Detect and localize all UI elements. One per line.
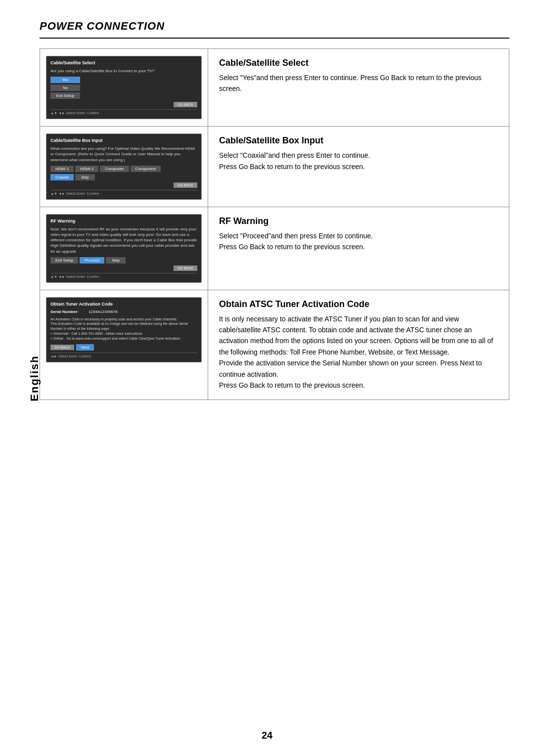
page-header: POWER CONNECTION [40, 20, 509, 39]
screen-btn-row-2b: Coaxial Skip [50, 174, 197, 180]
next-button[interactable]: Next [76, 344, 94, 351]
right-text-rf-warning: RF Warning Select "Proceed"and then pres… [208, 207, 509, 290]
section-title-3: RF Warning [219, 216, 498, 226]
left-screen-cable-satellite-select: Cable/Satellite Select Are you using a C… [40, 49, 208, 126]
screen-cable-satellite-box: Cable/Satellite Box Input What connectio… [46, 133, 202, 200]
go-back-row-2: GO BACK [50, 182, 197, 188]
go-back-row-1: GO BACK [50, 102, 197, 107]
go-back-row-3: GO BACK [50, 266, 197, 271]
coaxial-button[interactable]: Coaxial [50, 174, 74, 180]
section-body-3: Select "Proceed"and then press Enter to … [219, 230, 498, 253]
go-back-button-2[interactable]: GO BACK [174, 182, 197, 188]
yes-button[interactable]: Yes [50, 77, 80, 83]
screen-title-2: Cable/Satellite Box Input [50, 138, 197, 143]
section-title-2: Cable/Satellite Box Input [219, 135, 498, 146]
left-screen-cable-satellite-box: Cable/Satellite Box Input What connectio… [40, 127, 208, 207]
nav-hint-1: ▲▼ ◄► Select Enter: Confirm [50, 109, 197, 115]
section-rf-warning: RF Warning Note: We don't recommend RF a… [40, 207, 509, 290]
composite-button[interactable]: Composite [100, 166, 129, 172]
screen-title-4: Obtain Tuner Activation Code [50, 302, 197, 307]
exit-setup-button-1[interactable]: Exit Setup [50, 92, 80, 99]
hdmi1-button[interactable]: HDMI 1 [50, 166, 74, 172]
serial-number-value: 1234A12345678 [89, 310, 118, 314]
content-grid: Cable/Satellite Select Are you using a C… [40, 48, 509, 400]
bottom-btn-row-4: GO BACK Next [50, 344, 197, 351]
page-title: POWER CONNECTION [40, 20, 165, 32]
right-text-cable-satellite-select: Cable/Satellite Select Select "Yes"and t… [208, 49, 509, 126]
screen-title-3: RF Warning [50, 219, 197, 223]
proceed-button[interactable]: Proceed [80, 257, 104, 264]
page-container: English POWER CONNECTION Cable/Satellite… [0, 0, 534, 756]
section-body-1: Select "Yes"and then press Enter to cont… [219, 72, 498, 94]
go-back-button-1[interactable]: GO BACK [174, 102, 197, 107]
nav-hint-4: ◄► Select Enter: Confirm [50, 353, 197, 358]
screen-obtain-tuner: Obtain Tuner Activation Code Serial Numb… [46, 297, 202, 362]
component-button[interactable]: Component [131, 166, 161, 172]
serial-number-label: Serial Number: [50, 310, 79, 314]
left-screen-obtain-tuner: Obtain Tuner Activation Code Serial Numb… [40, 290, 208, 400]
section-title-4: Obtain ATSC Tuner Activation Code [219, 299, 498, 310]
nav-hint-2: ▲▼ ◄► Select Enter: Confirm [50, 190, 197, 195]
nav-hint-3: ▲▼ ◄► Select Enter: Confirm [50, 273, 197, 278]
skip-button-3[interactable]: Skip [106, 257, 126, 264]
go-back-button-3[interactable]: GO BACK [174, 266, 197, 271]
screen-btn-row-2a: HDMI 1 HDMI 2 Composite Component [50, 166, 197, 172]
right-text-cable-satellite-box: Cable/Satellite Box Input Select "Coaxia… [208, 127, 509, 207]
section-obtain-tuner-activation: Obtain Tuner Activation Code Serial Numb… [40, 290, 509, 400]
go-back-button-4[interactable]: GO BACK [50, 345, 74, 350]
screen-title-1: Cable/Satellite Select [50, 60, 197, 65]
hdmi2-button[interactable]: HDMI 2 [75, 166, 98, 172]
serial-number-row: Serial Number: 1234A12345678 [50, 310, 197, 314]
section-title-1: Cable/Satellite Select [219, 58, 498, 68]
screen-body-3: Note: We don't recommend RF as your conn… [50, 226, 197, 254]
exit-setup-button-3[interactable]: Exit Setup [50, 257, 78, 264]
section-body-4: It is only necessary to activate the ATS… [219, 313, 498, 391]
screen-cable-satellite-select: Cable/Satellite Select Are you using a C… [46, 56, 202, 119]
right-text-obtain-tuner: Obtain ATSC Tuner Activation Code It is … [208, 290, 509, 400]
screen-rf-warning: RF Warning Note: We don't recommend RF a… [46, 214, 202, 283]
left-screen-rf-warning: RF Warning Note: We don't recommend RF a… [40, 207, 208, 290]
section-cable-satellite-select: Cable/Satellite Select Are you using a C… [40, 49, 509, 126]
screen-body-1: Are you using a Cable/Satellite Box to C… [50, 68, 197, 74]
screen-btn-row-3: Exit Setup Proceed Skip [50, 257, 197, 264]
skip-button-2[interactable]: Skip [75, 174, 95, 180]
side-language-label: English [28, 344, 41, 413]
activation-text: An Activation Code is necessary to prope… [50, 317, 197, 341]
screen-body-2: What connection are you using? For Optim… [50, 146, 197, 163]
screen-buttons-1: Yes No Exit Setup [50, 77, 197, 99]
no-button[interactable]: No [50, 85, 80, 91]
page-number: 24 [262, 730, 272, 741]
section-cable-satellite-box-input: Cable/Satellite Box Input What connectio… [40, 126, 509, 207]
section-body-2: Select "Coaxial"and then press Enter to … [219, 150, 498, 172]
